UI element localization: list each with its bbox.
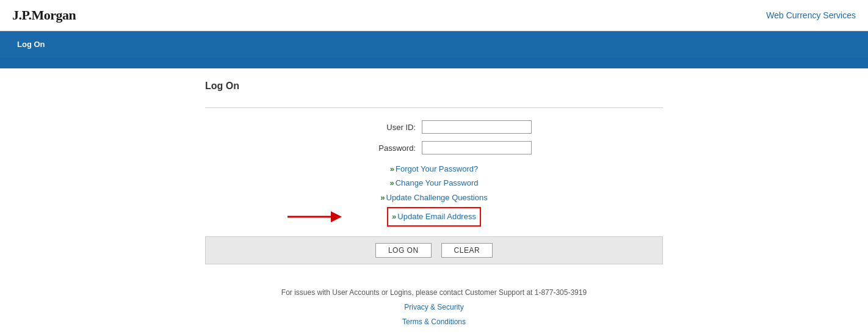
service-title-link[interactable]: Web Currency Services [766, 10, 856, 20]
form-section: Log On [205, 81, 663, 108]
userid-label: User ID: [336, 123, 416, 132]
form-title: Log On [205, 81, 663, 95]
change-password-link[interactable]: Change Your Password [205, 176, 663, 190]
main-content: Log On User ID: Password: Forgot Your Pa… [205, 68, 663, 334]
password-row: Password: [205, 141, 663, 154]
nav-logon-button[interactable]: Log On [6, 35, 56, 54]
update-email-highlight: Update Email Address [387, 207, 481, 226]
page-header: J.P.Morgan Web Currency Services [0, 0, 868, 31]
button-row: LOG ON CLEAR [205, 236, 663, 264]
links-section: Forgot Your Password? Change Your Passwo… [205, 162, 663, 227]
clear-button[interactable]: CLEAR [441, 243, 493, 258]
update-email-link[interactable]: Update Email Address [392, 209, 476, 223]
userid-input[interactable] [422, 120, 532, 134]
logon-button[interactable]: LOG ON [375, 243, 432, 258]
update-challenge-link[interactable]: Update Challenge Questions [205, 191, 663, 205]
blue-stripe [0, 57, 868, 68]
userid-row: User ID: [205, 120, 663, 134]
password-input[interactable] [422, 141, 532, 154]
footer: For issues with User Accounts or Logins,… [205, 279, 663, 334]
terms-link[interactable]: Terms & Conditions [402, 318, 466, 326]
forgot-password-link[interactable]: Forgot Your Password? [205, 162, 663, 176]
annotation-arrow [288, 206, 342, 228]
jpmorgan-logo: J.P.Morgan [12, 7, 76, 23]
nav-bar: Log On [0, 31, 868, 57]
support-text: For issues with User Accounts or Logins,… [211, 285, 657, 300]
privacy-link[interactable]: Privacy & Security [404, 303, 463, 311]
password-label: Password: [336, 143, 416, 153]
